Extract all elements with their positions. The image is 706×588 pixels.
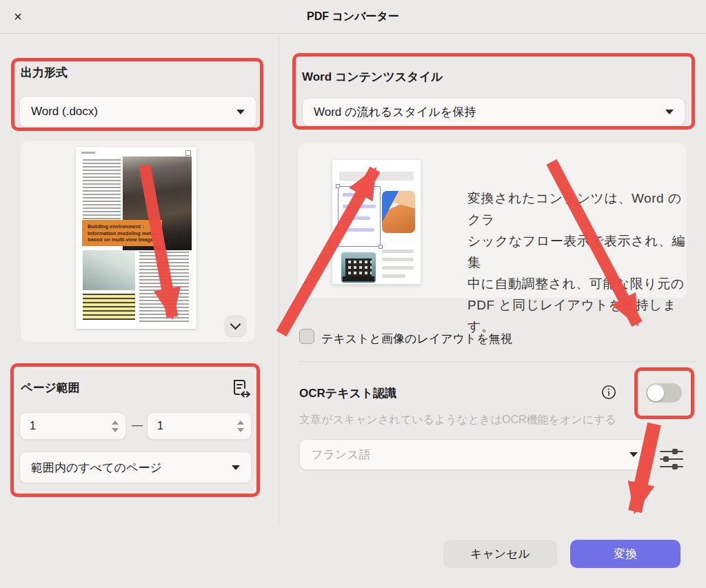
ocr-label: OCRテキスト認識	[299, 385, 396, 401]
info-icon[interactable]	[601, 385, 616, 400]
selection-frame	[338, 186, 381, 247]
preview-card: Building environment : Information model…	[21, 141, 255, 342]
range-mode-select[interactable]: 範囲内のすべてのページ	[19, 452, 252, 483]
page-range-label: ページ範囲	[21, 380, 80, 396]
output-format-label: 出力形式	[21, 65, 68, 81]
pdf-preview-thumbnail: Building environment : Information model…	[76, 147, 196, 329]
section-divider	[299, 361, 696, 362]
cancel-button[interactable]: キャンセル	[443, 540, 557, 568]
content-style-label: Word コンテンツスタイル	[302, 69, 443, 85]
content-style-select[interactable]: Word の流れるスタイルを保持	[302, 98, 685, 126]
custom-range-icon[interactable]	[232, 378, 252, 400]
ocr-hint: 文章がスキャンされているようなときはOCR機能をオンにする	[299, 413, 616, 427]
page-from-stepper[interactable]: 1	[19, 412, 126, 440]
style-description: 変換されたコンテンツは、Word のクラ シックなフロー表示で表示され、編集 中…	[467, 187, 689, 337]
word-style-illustration	[332, 160, 421, 284]
caret-down-icon	[236, 110, 245, 114]
stepper-arrows-icon[interactable]	[237, 420, 244, 432]
thumb-text-column-left	[83, 159, 121, 228]
thumb-photo-building	[83, 250, 135, 290]
thumb-header-icon	[185, 150, 191, 156]
output-format-select[interactable]: Word (.docx)	[19, 96, 256, 128]
preview-next-page-button[interactable]	[225, 315, 246, 336]
thumb-header-text	[81, 152, 95, 154]
column-divider	[279, 34, 279, 523]
range-mode-value: 範囲内のすべてのページ	[31, 460, 232, 476]
stepper-arrows-icon[interactable]	[112, 420, 119, 432]
caret-down-icon	[665, 110, 674, 114]
thumb-text-column-right	[139, 252, 189, 323]
blue-orange-image	[382, 191, 415, 233]
content-style-value: Word の流れるスタイルを保持	[314, 104, 665, 120]
page-to-stepper[interactable]: 1	[147, 412, 252, 440]
range-separator: —	[130, 419, 145, 432]
ignore-layout-label: テキストと画像のレイアウトを無視	[321, 331, 512, 347]
style-info-card: 変換されたコンテンツは、Word のクラ シックなフロー表示で表示され、編集 中…	[298, 143, 687, 298]
close-icon[interactable]: ✕	[10, 8, 26, 25]
caret-down-icon	[629, 452, 638, 457]
thumb-highlighted-text	[83, 294, 135, 320]
page-from-value: 1	[30, 420, 112, 432]
chevron-down-icon	[230, 319, 241, 330]
ignore-layout-checkbox[interactable]	[299, 329, 314, 344]
advanced-settings-icon[interactable]	[658, 448, 685, 470]
convert-button[interactable]: 変換	[570, 540, 680, 568]
output-format-value: Word (.docx)	[31, 105, 236, 119]
ocr-language-select[interactable]: フランス語	[299, 439, 649, 470]
caret-down-icon	[232, 465, 240, 470]
dialog-title: PDF コンバーター	[0, 0, 706, 33]
thumb-orange-banner: Building environment : Information model…	[82, 220, 162, 246]
toggle-knob	[647, 385, 664, 401]
page-to-value: 1	[157, 420, 237, 432]
ocr-toggle[interactable]	[646, 383, 682, 403]
ocr-language-value: フランス語	[311, 447, 629, 463]
teal-building-image	[341, 252, 376, 283]
